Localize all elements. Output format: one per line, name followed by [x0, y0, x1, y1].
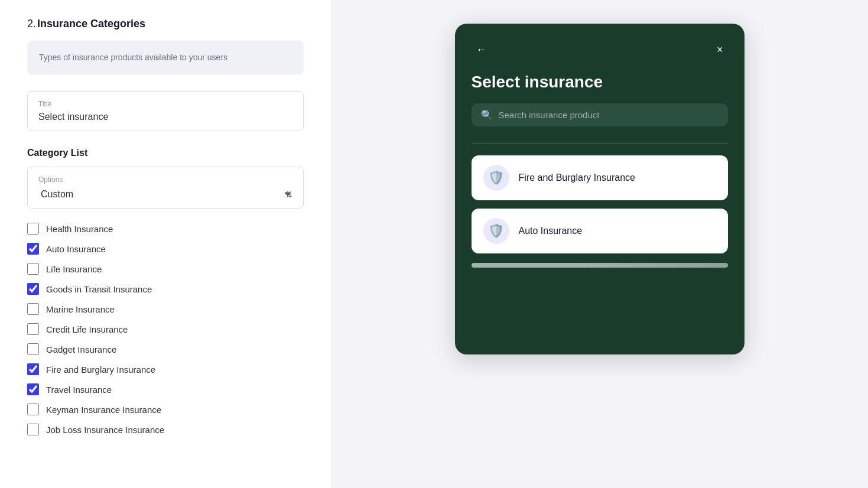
checkbox-item[interactable]: Goods in Transit Insurance [27, 283, 304, 295]
checkbox-10[interactable] [27, 424, 39, 435]
checkbox-label: Fire and Burglary Insurance [46, 365, 155, 375]
checkbox-6[interactable] [27, 343, 39, 355]
section-title: Insurance Categories [37, 18, 145, 30]
checkbox-item[interactable]: Gadget Insurance [27, 343, 304, 355]
insurance-checkbox-list: Health InsuranceAuto InsuranceLife Insur… [27, 223, 304, 435]
checkbox-label: Credit Life Insurance [46, 324, 128, 334]
options-select-wrapper[interactable]: Custom Standard All ⇅ [38, 188, 292, 200]
insurance-card[interactable]: 🛡️Auto Insurance [472, 209, 728, 253]
options-select[interactable]: Custom Standard All [38, 188, 292, 200]
insurance-name: Auto Insurance [519, 226, 583, 236]
title-field-group: Title Select insurance [27, 91, 304, 131]
insurance-name: Fire and Burglary Insurance [519, 173, 635, 183]
insurance-list: 🛡️Fire and Burglary Insurance🛡️Auto Insu… [472, 155, 728, 253]
insurance-icon: 🛡️ [483, 165, 509, 191]
description-text: Types of insurance products available to… [39, 53, 227, 62]
scroll-hint [472, 263, 728, 268]
modal-title: Select insurance [472, 73, 728, 92]
search-input[interactable] [499, 110, 719, 120]
checkbox-3[interactable] [27, 283, 39, 295]
category-list-heading: Category List [27, 148, 304, 158]
title-label: Title [38, 100, 292, 108]
checkbox-0[interactable] [27, 223, 39, 235]
checkbox-label: Gadget Insurance [46, 344, 116, 354]
checkbox-item[interactable]: Life Insurance [27, 263, 304, 275]
checkbox-item[interactable]: Marine Insurance [27, 303, 304, 315]
modal-close-button[interactable]: × [712, 41, 728, 58]
checkbox-label: Goods in Transit Insurance [46, 284, 152, 294]
checkbox-label: Life Insurance [46, 264, 102, 274]
section-heading: 2.Insurance Categories [27, 18, 304, 30]
checkbox-8[interactable] [27, 383, 39, 395]
left-panel: 2.Insurance Categories Types of insuranc… [0, 0, 331, 488]
checkbox-2[interactable] [27, 263, 39, 275]
search-bar[interactable]: 🔍 [472, 103, 728, 126]
checkbox-9[interactable] [27, 404, 39, 415]
options-label: Options [38, 175, 292, 184]
section-number: 2. [27, 18, 36, 30]
checkbox-item[interactable]: Keyman Insurance Insurance [27, 404, 304, 415]
checkbox-5[interactable] [27, 323, 39, 335]
checkbox-item[interactable]: Auto Insurance [27, 243, 304, 255]
insurance-card[interactable]: 🛡️Fire and Burglary Insurance [472, 155, 728, 200]
description-box: Types of insurance products available to… [27, 41, 304, 74]
checkbox-7[interactable] [27, 363, 39, 375]
divider [472, 143, 728, 144]
insurance-icon: 🛡️ [483, 218, 509, 244]
checkbox-item[interactable]: Fire and Burglary Insurance [27, 363, 304, 375]
checkbox-item[interactable]: Health Insurance [27, 223, 304, 235]
title-value: Select insurance [38, 112, 292, 122]
modal-card: ← × Select insurance 🔍 🛡️Fire and Burgla… [455, 24, 745, 354]
checkbox-label: Marine Insurance [46, 304, 115, 314]
checkbox-label: Job Loss Insurance Insurance [46, 425, 164, 435]
modal-nav: ← × [472, 41, 728, 58]
search-icon: 🔍 [481, 109, 493, 121]
checkbox-label: Travel Insurance [46, 385, 112, 395]
checkbox-label: Keyman Insurance Insurance [46, 405, 161, 415]
checkbox-4[interactable] [27, 303, 39, 315]
checkbox-1[interactable] [27, 243, 39, 255]
options-group: Options Custom Standard All ⇅ [27, 167, 304, 209]
checkbox-label: Auto Insurance [46, 244, 106, 254]
checkbox-item[interactable]: Credit Life Insurance [27, 323, 304, 335]
checkbox-item[interactable]: Travel Insurance [27, 383, 304, 395]
checkbox-label: Health Insurance [46, 224, 113, 234]
modal-back-button[interactable]: ← [472, 41, 492, 58]
checkbox-item[interactable]: Job Loss Insurance Insurance [27, 424, 304, 435]
right-panel: ← × Select insurance 🔍 🛡️Fire and Burgla… [331, 0, 868, 488]
